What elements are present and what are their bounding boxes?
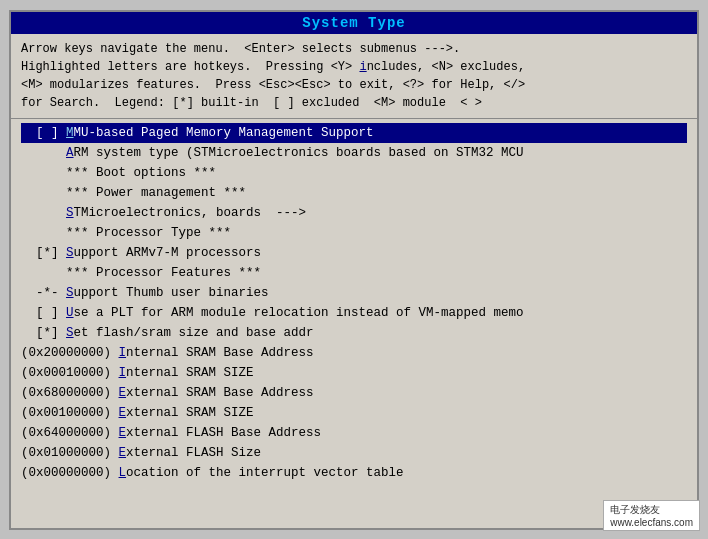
system-type-window: System Type Arrow keys navigate the menu… — [9, 10, 699, 530]
list-item[interactable]: [ ] Use a PLT for ARM module relocation … — [21, 303, 687, 323]
help-text-area: Arrow keys navigate the menu. <Enter> se… — [11, 34, 697, 119]
watermark: 电子发烧友 www.elecfans.com — [603, 500, 700, 531]
help-line4: for Search. Legend: [*] built-in [ ] exc… — [21, 94, 687, 112]
list-item[interactable]: (0x00000000) Location of the interrupt v… — [21, 463, 687, 483]
watermark-logo: 电子发烧友 — [610, 503, 693, 517]
list-item[interactable]: -*- Support Thumb user binaries — [21, 283, 687, 303]
help-line3: <M> modularizes features. Press <Esc><Es… — [21, 76, 687, 94]
list-item: *** Power management *** — [21, 183, 687, 203]
list-item: *** Boot options *** — [21, 163, 687, 183]
window-title: System Type — [302, 15, 405, 31]
list-item[interactable]: STMicroelectronics, boards ---> — [21, 203, 687, 223]
list-item[interactable]: [ ] MMU-based Paged Memory Management Su… — [21, 123, 687, 143]
list-item[interactable]: [*] Support ARMv7-M processors — [21, 243, 687, 263]
menu-content: [ ] MMU-based Paged Memory Management Su… — [11, 119, 697, 528]
list-item[interactable]: (0x00010000) Internal SRAM SIZE — [21, 363, 687, 383]
list-item[interactable]: (0x01000000) External FLASH Size — [21, 443, 687, 463]
list-item: *** Processor Type *** — [21, 223, 687, 243]
watermark-site: www.elecfans.com — [610, 517, 693, 528]
list-item[interactable]: [*] Set flash/sram size and base addr — [21, 323, 687, 343]
list-item: *** Processor Features *** — [21, 263, 687, 283]
list-item[interactable]: (0x00100000) External SRAM SIZE — [21, 403, 687, 423]
help-line1: Arrow keys navigate the menu. <Enter> se… — [21, 40, 687, 58]
list-item[interactable]: (0x20000000) Internal SRAM Base Address — [21, 343, 687, 363]
list-item[interactable]: (0x64000000) External FLASH Base Address — [21, 423, 687, 443]
list-item[interactable]: ARM system type (STMicroelectronics boar… — [21, 143, 687, 163]
list-item[interactable]: (0x68000000) External SRAM Base Address — [21, 383, 687, 403]
title-bar: System Type — [11, 12, 697, 34]
help-line2: Highlighted letters are hotkeys. Pressin… — [21, 58, 687, 76]
